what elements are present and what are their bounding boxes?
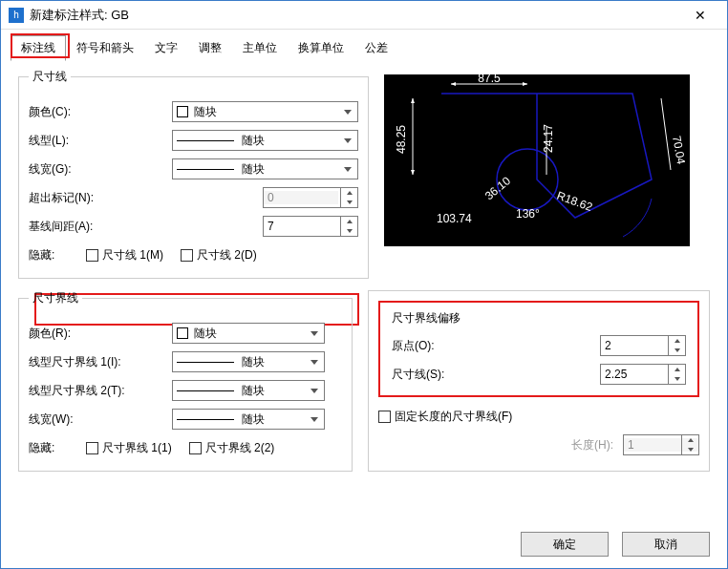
svg-line-8 [661,98,671,170]
baseline-input[interactable] [264,220,338,233]
checkbox-icon [378,411,391,423]
spinner-up-icon[interactable] [340,188,357,198]
spinner-down-icon[interactable] [340,226,357,236]
dimline-offset-input[interactable] [601,368,675,381]
checkbox-icon [86,442,98,454]
spinner-down-icon [681,445,698,454]
tab-symbols[interactable]: 符号和箭头 [66,35,144,61]
dimline-fieldset: 尺寸线 颜色(C): 随块 线型(L): 随块 [18,69,369,279]
chevron-down-icon [307,383,322,398]
tab-strip: 标注线 符号和箭头 文字 调整 主单位 换算单位 公差 [1,30,727,61]
line-sample-icon [177,140,234,141]
app-icon: h [9,8,24,23]
hide-dim2-label: 尺寸线 2(D) [197,247,257,263]
dimline-offset-spinner[interactable] [600,364,686,385]
ext-color-label: 颜色(R): [29,326,172,342]
line-sample-icon [177,169,234,170]
spinner-down-icon[interactable] [668,346,685,355]
hide-dim1-label: 尺寸线 1(M) [102,247,163,263]
ext-color-value: 随块 [194,326,217,342]
origin-spinner[interactable] [600,335,686,356]
line-sample-icon [177,390,234,391]
titlebar: h 新建标注样式: GB ✕ [1,1,727,30]
extline-fieldset: 尺寸界线 颜色(R): 随块 线型尺寸界线 1(I): 随块 [18,290,353,472]
baseline-spinner[interactable] [263,216,358,237]
ext-lt2-label: 线型尺寸界线 2(T): [29,383,172,399]
tab-tol[interactable]: 公差 [354,35,398,61]
origin-label: 原点(O): [392,338,435,354]
ext-lt2-select[interactable]: 随块 [172,380,325,401]
length-spinner [623,434,699,455]
extend-spinner[interactable] [263,187,358,208]
lineweight-select[interactable]: 随块 [172,158,358,179]
tab-dimline[interactable]: 标注线 [11,35,66,61]
hide-ext2-checkbox[interactable]: 尺寸界线 2(2) [189,440,275,456]
svg-text:136°: 136° [516,207,540,221]
ok-button[interactable]: 确定 [521,532,609,557]
lineweight-value: 随块 [242,161,265,178]
offset-fieldset: 尺寸界线偏移 原点(O): 尺寸线(S): [368,290,710,472]
color-select[interactable]: 随块 [172,101,358,122]
extline-legend: 尺寸界线 [29,290,82,306]
lineweight-label: 线宽(G): [29,161,172,178]
ext-hide-label: 隐藏: [29,440,86,456]
byblock-swatch-icon [177,327,188,339]
ext-lt1-label: 线型尺寸界线 1(I): [29,354,172,370]
fixed-length-label: 固定长度的尺寸界线(F) [395,409,512,425]
svg-text:36.10: 36.10 [482,174,513,202]
spinner-down-icon[interactable] [340,198,357,207]
window-title: 新建标注样式: GB [30,7,681,24]
extend-label: 超出标记(N): [29,190,172,206]
hide-ext1-checkbox[interactable]: 尺寸界线 1(1) [86,440,172,456]
checkbox-icon [86,249,98,262]
checkbox-icon [181,249,193,262]
linetype-value: 随块 [242,133,265,149]
baseline-label: 基线间距(A): [29,219,172,235]
linetype-select[interactable]: 随块 [172,130,358,151]
tab-text[interactable]: 文字 [144,35,188,61]
svg-text:48.25: 48.25 [395,125,408,154]
dimline-legend: 尺寸线 [29,69,71,85]
spinner-up-icon[interactable] [668,365,685,374]
ext-lt2-value: 随块 [242,383,265,399]
origin-input[interactable] [601,339,675,352]
hide-ext2-label: 尺寸界线 2(2) [205,440,275,456]
line-sample-icon [177,362,234,363]
close-button[interactable]: ✕ [681,8,719,23]
offset-legend: 尺寸界线偏移 [392,310,686,327]
svg-text:103.74: 103.74 [437,212,472,225]
ext-lw-value: 随块 [242,411,265,428]
dimline-offset-label: 尺寸线(S): [392,367,444,383]
spinner-up-icon[interactable] [340,217,357,226]
checkbox-icon [189,442,202,454]
ext-color-select[interactable]: 随块 [172,323,325,344]
cancel-button[interactable]: 取消 [622,532,710,557]
spinner-down-icon[interactable] [668,374,685,384]
chevron-down-icon [340,104,355,119]
ext-lw-select[interactable]: 随块 [172,409,325,430]
chevron-down-icon [340,161,355,177]
hide-dim1-checkbox[interactable]: 尺寸线 1(M) [86,247,163,263]
preview-pane: 87.5 48.25 24.17 70.04 36.10 136° R18.62… [384,74,690,246]
chevron-down-icon [307,326,322,341]
chevron-down-icon [307,411,322,427]
hide-label: 隐藏: [29,247,86,263]
extend-input[interactable] [264,191,338,204]
svg-text:R18.62: R18.62 [555,189,594,215]
tab-alt[interactable]: 换算单位 [288,35,354,61]
fixed-length-checkbox[interactable]: 固定长度的尺寸界线(F) [378,409,512,425]
ext-lt1-select[interactable]: 随块 [172,351,325,372]
svg-text:24.17: 24.17 [542,124,555,153]
spinner-up-icon [681,435,698,445]
tab-primary[interactable]: 主单位 [232,35,288,61]
linetype-label: 线型(L): [29,133,172,149]
tab-adjust[interactable]: 调整 [188,35,232,61]
ext-lw-label: 线宽(W): [29,411,172,428]
highlight-offset: 尺寸界线偏移 原点(O): 尺寸线(S): [378,301,699,397]
hide-ext1-label: 尺寸界线 1(1) [102,440,172,456]
length-label: 长度(H): [571,437,613,453]
hide-dim2-checkbox[interactable]: 尺寸线 2(D) [181,247,257,263]
svg-text:87.5: 87.5 [478,74,501,85]
ext-lt1-value: 随块 [242,354,265,370]
spinner-up-icon[interactable] [668,336,685,346]
